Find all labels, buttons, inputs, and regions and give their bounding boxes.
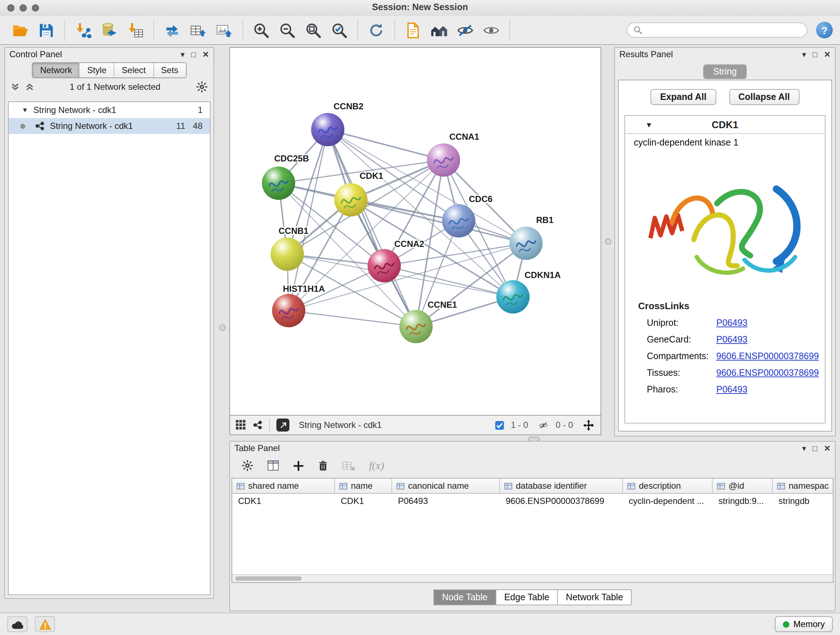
delete-table-icon[interactable] (342, 460, 355, 471)
tab-network[interactable]: Network (33, 63, 79, 78)
crosslink-value-link[interactable]: P06493 (716, 334, 747, 344)
column-header-description[interactable]: description (623, 478, 713, 493)
hidden-eye-icon[interactable] (538, 420, 549, 430)
birdseye-button[interactable] (276, 418, 289, 432)
import-network-from-database-button[interactable] (97, 19, 122, 42)
disclosure-triangle-icon[interactable]: ▼ (645, 120, 653, 128)
show-details-button[interactable] (479, 19, 504, 42)
column-header--id[interactable]: @id (713, 478, 773, 493)
disclosure-triangle-icon[interactable]: ▼ (22, 106, 28, 114)
import-table-from-file-button[interactable] (123, 19, 148, 42)
column-header-shared-name[interactable]: shared name (232, 478, 335, 493)
crosslink-label: Tissues: (647, 367, 716, 378)
grid-view-icon[interactable] (236, 420, 246, 430)
column-header-database-identifier[interactable]: database identifier (500, 478, 623, 493)
column-label: name (351, 481, 373, 491)
table-cell: stringdb (773, 494, 834, 508)
table-body: CDK1CDK1P064939606.ENSP00000378699cyclin… (232, 494, 833, 508)
network-svg[interactable]: CCNB2CCNA1CDC25BCDK1CDC6RB1CCNB1CCNA2CDK… (230, 48, 600, 415)
apply-layout-button[interactable] (364, 19, 388, 42)
export-table-button[interactable] (186, 19, 210, 42)
zoom-out-button[interactable] (275, 19, 300, 42)
network-edge-CCNB2-CCNE1[interactable] (328, 130, 416, 326)
column-header-namespac[interactable]: namespac (773, 478, 834, 493)
network-overview-icon[interactable] (253, 420, 263, 430)
home-button[interactable] (427, 19, 452, 42)
expand-all-button[interactable]: Expand All (651, 89, 716, 105)
panel-menu-icon[interactable]: ▾ (802, 444, 806, 452)
show-columns-icon[interactable] (267, 460, 279, 471)
network-edge-HIST1H1A-CCNE1[interactable] (289, 310, 416, 326)
tab-string[interactable]: String (703, 65, 747, 79)
function-builder-icon[interactable]: f(x) (369, 459, 384, 472)
collapse-all-button[interactable]: Collapse All (729, 89, 799, 105)
panel-menu-icon[interactable]: ▾ (180, 50, 185, 58)
export-image-button[interactable] (212, 19, 237, 42)
search-input[interactable] (643, 24, 801, 36)
save-floppy-icon (38, 21, 55, 39)
panel-close-icon[interactable]: ✕ (824, 50, 831, 58)
splitter-grip[interactable] (219, 325, 226, 331)
export-network-button[interactable] (160, 19, 185, 42)
title-bar: Session: New Session (0, 0, 840, 17)
scrollbar-thumb[interactable] (235, 576, 302, 581)
delete-column-trash-icon[interactable] (317, 460, 328, 471)
splitter-grip[interactable] (605, 238, 611, 245)
network-view-toolbar: String Network - cdk1 1 - 0 0 - 0 (229, 416, 601, 435)
open-session-button[interactable] (8, 19, 33, 42)
zoom-selected-button[interactable] (327, 19, 352, 42)
panel-float-icon[interactable]: □ (813, 444, 817, 452)
node-label-CDKN1A: CDKN1A (524, 270, 561, 280)
panel-menu-icon[interactable]: ▾ (802, 50, 806, 58)
zoom-in-icon (253, 21, 270, 39)
tab-style[interactable]: Style (79, 63, 114, 78)
crosslink-value-link[interactable]: P06493 (716, 318, 747, 328)
crosslink-value-link[interactable]: P06493 (716, 384, 747, 394)
column-header-name[interactable]: name (335, 478, 392, 493)
panel-close-icon[interactable]: ✕ (202, 50, 209, 58)
expand-all-icon[interactable] (25, 82, 34, 91)
column-header-canonical-name[interactable]: canonical name (392, 478, 500, 493)
selected-checkbox-icon[interactable] (495, 420, 504, 430)
zoom-in-button[interactable] (249, 19, 273, 42)
network-row-selected[interactable]: String Network - cdk1 11 48 (9, 118, 210, 134)
warnings-button[interactable] (35, 616, 55, 632)
copy-network-button[interactable] (401, 19, 425, 42)
column-label: shared name (248, 481, 299, 491)
collapse-all-icon[interactable] (11, 82, 19, 91)
tab-edge-table[interactable]: Edge Table (496, 589, 558, 605)
memory-button[interactable]: Memory (775, 616, 833, 632)
save-session-button[interactable] (34, 19, 58, 42)
network-collection-row[interactable]: ▼ String Network - cdk1 1 (9, 102, 210, 118)
panel-close-icon[interactable]: ✕ (824, 444, 831, 452)
toolbar-separator (242, 19, 243, 41)
network-view-canvas[interactable]: CCNB2CCNA1CDC25BCDK1CDC6RB1CCNB1CCNA2CDK… (229, 47, 601, 416)
table-row[interactable]: CDK1CDK1P064939606.ENSP00000378699cyclin… (232, 494, 833, 508)
tab-select[interactable]: Select (114, 63, 153, 78)
search-box[interactable] (627, 22, 807, 38)
move-crosshair-icon[interactable] (583, 419, 595, 431)
zoom-fit-button[interactable] (301, 19, 325, 42)
table-settings-gear-icon[interactable] (242, 460, 253, 471)
tab-sets[interactable]: Sets (153, 63, 186, 78)
network-node-CCNB1[interactable] (271, 238, 304, 271)
crosslink-value-link[interactable]: 9606.ENSP00000378699 (716, 351, 819, 361)
hidden-counts: 0 - 0 (556, 420, 573, 430)
node-section-header[interactable]: ▼ CDK1 (625, 116, 825, 134)
add-column-icon[interactable] (293, 460, 304, 471)
import-network-from-file-button[interactable] (71, 19, 95, 42)
toggle-hidden-button[interactable] (453, 19, 477, 42)
window-title: Session: New Session (0, 2, 840, 12)
gear-icon[interactable] (196, 81, 208, 93)
crosslink-value-link[interactable]: 9606.ENSP00000378699 (716, 367, 819, 378)
tab-network-table[interactable]: Network Table (558, 589, 632, 605)
crosslink-label: Pharos: (647, 384, 716, 394)
cloud-status-button[interactable] (7, 616, 27, 632)
tab-node-table[interactable]: Node Table (433, 589, 496, 605)
column-type-icon (504, 482, 512, 490)
horizontal-scrollbar[interactable] (232, 574, 833, 582)
network-status-title: String Network - cdk1 (299, 420, 382, 430)
panel-float-icon[interactable]: □ (813, 50, 817, 58)
panel-float-icon[interactable]: □ (191, 50, 196, 58)
help-button[interactable]: ? (816, 22, 833, 38)
